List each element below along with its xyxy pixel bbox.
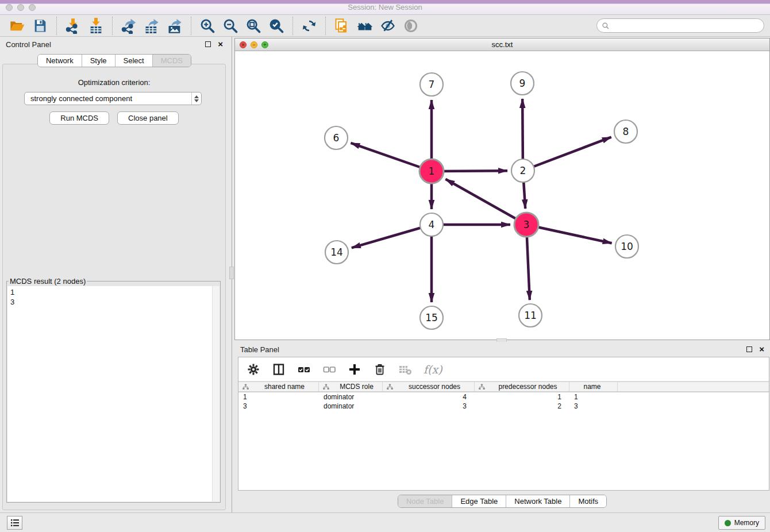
hide-selected-icon[interactable] [380, 18, 396, 34]
float-table-panel-icon[interactable] [746, 346, 752, 352]
graph-node-7[interactable]: 7 [420, 73, 443, 96]
table-cell: dominator [319, 392, 383, 402]
memory-status-icon [725, 520, 731, 526]
show-columns-icon[interactable] [272, 363, 286, 376]
refresh-icon[interactable] [301, 18, 317, 34]
memory-button[interactable]: Memory [718, 516, 765, 530]
graph-node-9[interactable]: 9 [511, 72, 534, 95]
table-body: 1dominator4113dominator323 [238, 392, 769, 411]
tab-select[interactable]: Select [116, 55, 153, 67]
deselect-all-icon[interactable] [322, 363, 336, 376]
table-header-row: shared nameMCDS rolesuccessor nodesprede… [238, 381, 769, 392]
tab-mcds[interactable]: MCDS [153, 55, 191, 67]
column-header-shared-name[interactable]: shared name [238, 382, 319, 391]
toolbar-separator [191, 17, 191, 35]
float-panel-icon[interactable] [205, 41, 211, 47]
table-row[interactable]: 3dominator323 [238, 402, 769, 411]
zoom-selected-icon[interactable] [268, 18, 284, 34]
tab-motifs[interactable]: Motifs [570, 495, 606, 507]
splitter-grip[interactable] [229, 267, 234, 279]
vertical-splitter[interactable] [229, 37, 234, 512]
graph-node-11[interactable]: 11 [519, 304, 542, 327]
copy-network-icon[interactable] [334, 18, 350, 34]
graph-node-8[interactable]: 8 [614, 120, 637, 143]
table-cell: 2 [475, 402, 569, 411]
search-input[interactable] [610, 22, 764, 30]
network-maximize-button[interactable]: + [261, 41, 268, 48]
criterion-dropdown[interactable]: strongly connected component [24, 92, 202, 105]
home-icon[interactable] [357, 18, 373, 34]
mcds-result-box[interactable]: 1 3 [7, 286, 220, 502]
network-window-titlebar[interactable]: × − + scc.txt [235, 38, 769, 51]
run-mcds-button[interactable]: Run MCDS [49, 111, 109, 125]
graph-node-14[interactable]: 14 [325, 241, 348, 264]
close-panel-icon[interactable]: × [218, 41, 223, 47]
show-hidden-icon[interactable] [403, 18, 419, 34]
export-image-icon[interactable] [167, 18, 183, 34]
result-scrollbar[interactable] [212, 286, 220, 502]
task-history-button[interactable] [7, 516, 22, 530]
column-header-name[interactable]: name [569, 382, 618, 391]
tab-style[interactable]: Style [82, 55, 116, 67]
open-session-icon[interactable] [9, 18, 25, 34]
graph-node-label: 9 [519, 78, 526, 89]
graph-node-2[interactable]: 2 [511, 159, 534, 182]
network-canvas[interactable]: 1234678910111415 [235, 51, 769, 340]
task-list-icon [10, 519, 20, 527]
table-cell: 3 [383, 402, 475, 411]
window-title: Session: New Session [0, 3, 770, 11]
tab-network[interactable]: Network [38, 55, 82, 67]
zoom-fit-icon[interactable] [245, 18, 261, 34]
network-minimize-button[interactable]: − [251, 41, 257, 48]
import-table-icon[interactable] [88, 18, 104, 34]
graph-node-label: 14 [330, 246, 343, 258]
close-panel-button[interactable]: Close panel [117, 111, 179, 125]
select-all-icon[interactable] [297, 363, 311, 376]
table-cell: 1 [475, 392, 569, 402]
settings-gear-icon[interactable] [247, 363, 260, 376]
table-cell: 3 [569, 402, 618, 411]
export-table-icon[interactable] [144, 18, 160, 34]
table-toolbar: f(x) [238, 357, 769, 381]
tab-network-table[interactable]: Network Table [506, 495, 570, 507]
network-close-button[interactable]: × [240, 41, 247, 48]
delete-row-icon[interactable] [373, 363, 387, 376]
node-table: f(x) shared nameMCDS rolesuccessor nodes… [238, 357, 769, 491]
graph-node-10[interactable]: 10 [615, 235, 638, 258]
import-network-icon[interactable] [65, 18, 81, 34]
graph-node-6[interactable]: 6 [325, 126, 348, 149]
zoom-in-icon[interactable] [199, 18, 215, 34]
delete-table-icon[interactable] [398, 363, 412, 376]
column-header-predecessor-nodes[interactable]: predecessor nodes [475, 382, 569, 391]
titlebar: Session: New Session [0, 0, 770, 15]
control-panel-tabs: NetworkStyleSelectMCDS [37, 54, 191, 67]
column-header-successor-nodes[interactable]: successor nodes [383, 382, 475, 391]
control-panel: Control Panel × NetworkStyleSelectMCDS O… [0, 37, 229, 512]
table-cell: 4 [383, 392, 475, 402]
graph-edge-2-8[interactable] [523, 137, 611, 171]
add-row-icon[interactable] [348, 363, 361, 376]
mcds-panel: Optimization criterion: strongly connect… [2, 64, 226, 510]
tab-node-table[interactable]: Node Table [398, 495, 453, 507]
graph-edge-3-10[interactable] [526, 225, 612, 243]
tab-edge-table[interactable]: Edge Table [452, 495, 506, 507]
close-table-panel-icon[interactable]: × [759, 346, 764, 352]
graph-node-15[interactable]: 15 [420, 306, 443, 329]
graph-node-3[interactable]: 3 [514, 213, 538, 237]
column-header-MCDS-role[interactable]: MCDS role [319, 382, 383, 391]
graph-node-4[interactable]: 4 [420, 213, 443, 236]
graph-node-1[interactable]: 1 [419, 159, 444, 183]
graph-edge-4-14[interactable] [352, 225, 432, 248]
save-session-icon[interactable] [32, 18, 48, 34]
network-window: × − + scc.txt 1234678910111415 [234, 38, 770, 340]
function-builder-icon[interactable]: f(x) [424, 363, 442, 376]
search-field[interactable] [596, 18, 764, 33]
zoom-out-icon[interactable] [222, 18, 238, 34]
mcds-result-fieldset: MCDS result (2 nodes) 1 3 [6, 277, 221, 503]
memory-label: Memory [734, 519, 759, 527]
export-network-icon[interactable] [121, 18, 137, 34]
toolbar-separator [112, 17, 113, 35]
table-row[interactable]: 1dominator411 [238, 392, 769, 402]
graph-edge-3-1[interactable] [445, 179, 526, 225]
control-panel-title: Control Panel [6, 40, 205, 49]
